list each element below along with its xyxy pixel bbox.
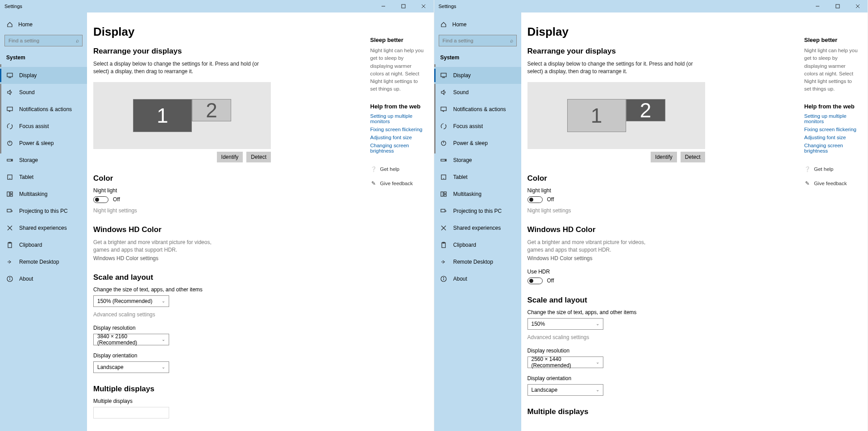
svg-rect-4 xyxy=(7,73,12,77)
sidebar-item-about[interactable]: About xyxy=(0,270,87,287)
get-help-link[interactable]: ❔ Get help xyxy=(370,166,426,172)
sidebar-item-storage[interactable]: Storage xyxy=(0,152,87,169)
sidebar-item-shared[interactable]: Shared experiences xyxy=(0,220,87,236)
help-icon: ❔ xyxy=(370,166,377,172)
scale-select[interactable]: 150% (Recommended)⌄ xyxy=(93,295,169,307)
monitor-2[interactable]: 2 xyxy=(192,99,231,121)
sidebar-items: Display Sound Notifications & actions Fo… xyxy=(0,67,87,287)
night-light-toggle[interactable] xyxy=(527,196,543,203)
sidebar-item-clipboard[interactable]: Clipboard xyxy=(434,236,521,253)
orientation-select[interactable]: Landscape⌄ xyxy=(527,384,603,396)
sidebar-item-shared[interactable]: Shared experiences xyxy=(434,220,521,236)
display-arrangement[interactable]: 1 2 xyxy=(93,82,271,149)
use-hdr-toggle[interactable] xyxy=(527,278,543,284)
main-panel: Display Rearrange your displays Select a… xyxy=(521,12,797,431)
sidebar-item-remote[interactable]: Remote Desktop xyxy=(434,253,521,270)
color-heading: Color xyxy=(93,174,349,183)
app-title: Settings xyxy=(439,4,457,9)
sidebar-item-notifications[interactable]: Notifications & actions xyxy=(434,101,521,118)
sidebar-item-projecting[interactable]: Projecting to this PC xyxy=(0,203,87,220)
resolution-label: Display resolution xyxy=(527,348,783,354)
clipboard-icon xyxy=(440,242,447,249)
sidebar-item-focus-assist[interactable]: Focus assist xyxy=(0,118,87,135)
power-icon xyxy=(440,140,447,147)
sidebar-item-focus-assist[interactable]: Focus assist xyxy=(434,118,521,135)
close-button[interactable] xyxy=(414,0,434,12)
help-link-font[interactable]: Adjusting font size xyxy=(370,135,426,140)
hd-color-desc: Get a brighter and more vibrant picture … xyxy=(527,239,652,254)
sidebar-item-multitasking[interactable]: Multitasking xyxy=(0,186,87,203)
sidebar-item-notifications[interactable]: Notifications & actions xyxy=(0,101,87,118)
sidebar-items: Display Sound Notifications & actions Fo… xyxy=(434,67,521,287)
chevron-down-icon: ⌄ xyxy=(596,387,599,392)
help-link-flicker[interactable]: Fixing screen flickering xyxy=(370,127,426,132)
hd-color-link[interactable]: Windows HD Color settings xyxy=(93,255,349,261)
titlebar[interactable]: Settings xyxy=(434,0,868,12)
sidebar-item-remote[interactable]: Remote Desktop xyxy=(0,253,87,270)
sidebar-item-display[interactable]: Display xyxy=(434,67,521,84)
sidebar-item-clipboard[interactable]: Clipboard xyxy=(0,236,87,253)
rearrange-heading: Rearrange your displays xyxy=(93,47,349,56)
give-feedback-link[interactable]: ✎ Give feedback xyxy=(370,180,426,186)
hd-color-link[interactable]: Windows HD Color settings xyxy=(527,255,783,261)
get-help-link[interactable]: ❔ Get help xyxy=(804,166,860,172)
info-panel: Sleep better Night light can help you ge… xyxy=(362,12,434,431)
sidebar-item-power[interactable]: Power & sleep xyxy=(434,135,521,152)
category-label: System xyxy=(434,50,521,63)
advanced-scaling-link[interactable]: Advanced scaling settings xyxy=(93,311,349,318)
home-link[interactable]: Home xyxy=(434,17,521,32)
help-link-brightness[interactable]: Changing screen brightness xyxy=(804,143,860,153)
maximize-button[interactable] xyxy=(394,0,414,12)
resolution-select[interactable]: 3840 × 2160 (Recommended)⌄ xyxy=(93,334,169,345)
home-link[interactable]: Home xyxy=(0,17,87,32)
monitor-2[interactable]: 2 xyxy=(626,99,665,121)
titlebar[interactable]: Settings xyxy=(0,0,434,12)
display-arrangement[interactable]: 1 2 xyxy=(527,82,705,149)
minimize-button[interactable] xyxy=(374,0,394,12)
help-link-monitors[interactable]: Setting up multiple monitors xyxy=(804,113,860,124)
sidebar-item-tablet[interactable]: Tablet xyxy=(0,169,87,186)
scale-select[interactable]: 150%⌄ xyxy=(527,318,603,330)
help-link-monitors[interactable]: Setting up multiple monitors xyxy=(370,113,426,124)
window-body: Home ⌕ System Display Sound Notification… xyxy=(434,12,868,431)
power-icon xyxy=(6,140,13,147)
search-icon: ⌕ xyxy=(510,37,513,44)
shared-icon xyxy=(440,225,447,232)
help-link-font[interactable]: Adjusting font size xyxy=(804,135,860,140)
monitor-1[interactable]: 1 xyxy=(567,99,626,132)
night-light-settings-link[interactable]: Night light settings xyxy=(527,207,783,214)
close-button[interactable] xyxy=(847,0,868,12)
sidebar-item-projecting[interactable]: Projecting to this PC xyxy=(434,203,521,220)
svg-rect-29 xyxy=(441,73,446,77)
detect-button[interactable]: Detect xyxy=(246,152,271,162)
help-link-flicker[interactable]: Fixing screen flickering xyxy=(804,127,860,132)
sidebar-item-power[interactable]: Power & sleep xyxy=(0,135,87,152)
resolution-select[interactable]: 2560 × 1440 (Recommended)⌄ xyxy=(527,356,603,368)
search-input[interactable] xyxy=(4,35,83,46)
identify-button[interactable]: Identify xyxy=(217,152,243,162)
sidebar-item-display[interactable]: Display xyxy=(0,67,87,84)
detect-button[interactable]: Detect xyxy=(681,152,705,162)
sidebar-item-storage[interactable]: Storage xyxy=(434,152,521,169)
identify-button[interactable]: Identify xyxy=(651,152,677,162)
night-light-settings-link[interactable]: Night light settings xyxy=(93,207,349,214)
night-light-toggle[interactable] xyxy=(93,196,108,203)
search-input[interactable] xyxy=(439,35,517,46)
sidebar-item-about[interactable]: About xyxy=(434,270,521,287)
sidebar-item-sound[interactable]: Sound xyxy=(0,84,87,101)
chevron-down-icon: ⌄ xyxy=(596,321,599,326)
svg-point-24 xyxy=(9,278,10,278)
give-feedback-link[interactable]: ✎ Give feedback xyxy=(804,180,860,186)
home-label: Home xyxy=(453,21,467,28)
multiple-displays-select[interactable] xyxy=(93,407,169,419)
help-link-brightness[interactable]: Changing screen brightness xyxy=(370,143,426,153)
advanced-scaling-link[interactable]: Advanced scaling settings xyxy=(527,334,783,340)
sidebar-item-multitasking[interactable]: Multitasking xyxy=(434,186,521,203)
sidebar-item-tablet[interactable]: Tablet xyxy=(434,169,521,186)
sidebar-item-sound[interactable]: Sound xyxy=(434,84,521,101)
monitor-1[interactable]: 1 xyxy=(133,99,192,132)
multitasking-icon xyxy=(440,191,447,198)
orientation-select[interactable]: Landscape⌄ xyxy=(93,361,169,373)
maximize-button[interactable] xyxy=(827,0,847,12)
minimize-button[interactable] xyxy=(807,0,827,12)
